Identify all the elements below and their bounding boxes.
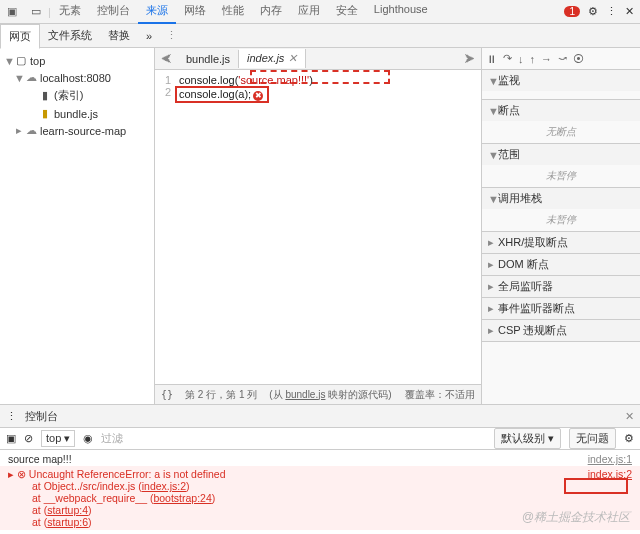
tab-performance[interactable]: 性能	[214, 0, 252, 24]
devtools-topbar: ▣ ▭ | 无素 控制台 来源 网络 性能 内存 应用 安全 Lighthous…	[0, 0, 640, 24]
tab-network[interactable]: 网络	[176, 0, 214, 24]
inspect-icon[interactable]: ▣	[4, 4, 20, 20]
trace-link[interactable]: bootstrap:24	[153, 492, 211, 504]
subtab-more[interactable]: »	[138, 26, 160, 46]
navigator-more-icon[interactable]: ⋮	[160, 29, 183, 42]
section-DOM 断点[interactable]: ▸DOM 断点	[482, 254, 640, 275]
gear-icon[interactable]: ⚙	[588, 5, 598, 18]
close-tab-icon[interactable]: ✕	[288, 52, 297, 64]
file-tab-bundle[interactable]: bundle.js	[178, 50, 239, 68]
file-tab-index[interactable]: index.js✕	[239, 49, 306, 68]
nav-host[interactable]: ▼☁localhost:8080	[0, 69, 154, 86]
tab-memory[interactable]: 内存	[252, 0, 290, 24]
pause-exceptions-icon[interactable]: ⦿	[573, 53, 584, 65]
tab-console[interactable]: 控制台	[89, 0, 138, 24]
section-范围[interactable]: ▼范围	[482, 144, 640, 165]
context-selector[interactable]: top ▾	[41, 430, 75, 447]
more-icon[interactable]: ⋮	[606, 5, 617, 18]
clear-console-icon[interactable]: ⊘	[24, 432, 33, 445]
step-out-icon[interactable]: ↑	[530, 53, 536, 65]
code-editor[interactable]: 1 2 console.log('source map!!!') console…	[155, 70, 481, 384]
coverage-info: 覆盖率：不适用	[405, 388, 475, 402]
mapped-link[interactable]: bundle.js	[285, 389, 325, 400]
console-filter[interactable]: 过滤	[101, 431, 486, 446]
file-navigator: ▼▢top ▼☁localhost:8080 ▮(索引) ▮bundle.js …	[0, 48, 155, 404]
console-log-line: source map!!! index.js:1	[0, 452, 640, 466]
error-marker-icon[interactable]: ✖	[253, 91, 263, 101]
trace-link[interactable]: index.js:2	[142, 480, 186, 492]
nav-index[interactable]: ▮(索引)	[0, 86, 154, 105]
subtab-overrides[interactable]: 替换	[100, 24, 138, 47]
console-title: 控制台	[17, 406, 66, 427]
debugger-sidebar: ⏸ ↷ ↓ ↑ → ⤻ ⦿ ▼监视▼断点无断点▼范围未暂停▼调用堆栈未暂停▸XH…	[482, 48, 640, 404]
section-全局监听器[interactable]: ▸全局监听器	[482, 276, 640, 297]
step-icon[interactable]: →	[541, 53, 552, 65]
source-mapped: (从 bundle.js 映射的源代码)	[269, 388, 391, 402]
sidebar-toggle-icon[interactable]: ▣	[6, 432, 16, 445]
pause-icon[interactable]: ⏸	[486, 53, 497, 65]
section-监视[interactable]: ▼监视	[482, 70, 640, 91]
close-icon[interactable]: ✕	[625, 5, 634, 18]
subtab-filesystem[interactable]: 文件系统	[40, 24, 100, 47]
navigator-tabs: 网页 文件系统 替换 » ⋮	[0, 24, 640, 48]
console-settings-icon[interactable]: ⚙	[624, 432, 634, 445]
editor-pane: ⮜ bundle.js index.js✕ ⮞ 1 2 console.log(…	[155, 48, 482, 404]
debugger-controls: ⏸ ↷ ↓ ↑ → ⤻ ⦿	[482, 48, 640, 70]
console-output: source map!!! index.js:1 ▸ ⊗ Uncaught Re…	[0, 450, 640, 534]
eye-icon[interactable]: ◉	[83, 432, 93, 445]
nav-bundle[interactable]: ▮bundle.js	[0, 105, 154, 122]
section-断点[interactable]: ▼断点	[482, 100, 640, 121]
step-into-icon[interactable]: ↓	[518, 53, 524, 65]
section-CSP 违规断点[interactable]: ▸CSP 违规断点	[482, 320, 640, 341]
nav-top[interactable]: ▼▢top	[0, 52, 154, 69]
file-tabs: ⮜ bundle.js index.js✕ ⮞	[155, 48, 481, 70]
subtab-page[interactable]: 网页	[0, 24, 40, 49]
tab-elements[interactable]: 无素	[51, 0, 89, 24]
tab-lighthouse[interactable]: Lighthouse	[366, 0, 436, 24]
nav-toggle-icon[interactable]: ⮜	[155, 53, 178, 65]
console-error: ▸ ⊗ Uncaught ReferenceError: a is not de…	[0, 466, 640, 530]
console-toolbar: ▣ ⊘ top ▾ ◉ 过滤 默认级别 ▾ 无问题 ⚙	[0, 428, 640, 450]
editor-status-bar: {} 第 2 行，第 1 列 (从 bundle.js 映射的源代码) 覆盖率：…	[155, 384, 481, 404]
panel-tabs: 无素 控制台 来源 网络 性能 内存 应用 安全 Lighthouse	[51, 0, 559, 24]
device-icon[interactable]: ▭	[28, 4, 44, 20]
sources-main: ▼▢top ▼☁localhost:8080 ▮(索引) ▮bundle.js …	[0, 48, 640, 404]
section-XHR/提取断点[interactable]: ▸XHR/提取断点	[482, 232, 640, 253]
cursor-position: 第 2 行，第 1 列	[185, 388, 257, 402]
console-prompt[interactable]: ›	[0, 530, 640, 534]
console-drawer-header: ⋮ 控制台 ✕	[0, 404, 640, 428]
nav-sourcemap[interactable]: ▸☁learn-source-map	[0, 122, 154, 139]
error-source-link[interactable]: index.js:2	[588, 468, 632, 480]
level-selector[interactable]: 默认级别 ▾	[494, 428, 561, 449]
sidebar-toggle-icon[interactable]: ⮞	[458, 53, 481, 65]
section-事件监听器断点[interactable]: ▸事件监听器断点	[482, 298, 640, 319]
error-badge[interactable]: 1	[564, 6, 580, 17]
tab-security[interactable]: 安全	[328, 0, 366, 24]
console-close-icon[interactable]: ✕	[625, 410, 634, 423]
trace-link[interactable]: startup:4	[47, 504, 88, 516]
trace-link[interactable]: startup:6	[47, 516, 88, 528]
issues-button[interactable]: 无问题	[569, 428, 616, 449]
section-调用堆栈[interactable]: ▼调用堆栈	[482, 188, 640, 209]
console-source-link[interactable]: index.js:1	[588, 453, 632, 465]
step-over-icon[interactable]: ↷	[503, 52, 512, 65]
console-more-icon[interactable]: ⋮	[6, 410, 17, 423]
deactivate-icon[interactable]: ⤻	[558, 52, 567, 65]
tab-application[interactable]: 应用	[290, 0, 328, 24]
format-icon[interactable]: {}	[161, 389, 173, 400]
tab-sources[interactable]: 来源	[138, 0, 176, 24]
